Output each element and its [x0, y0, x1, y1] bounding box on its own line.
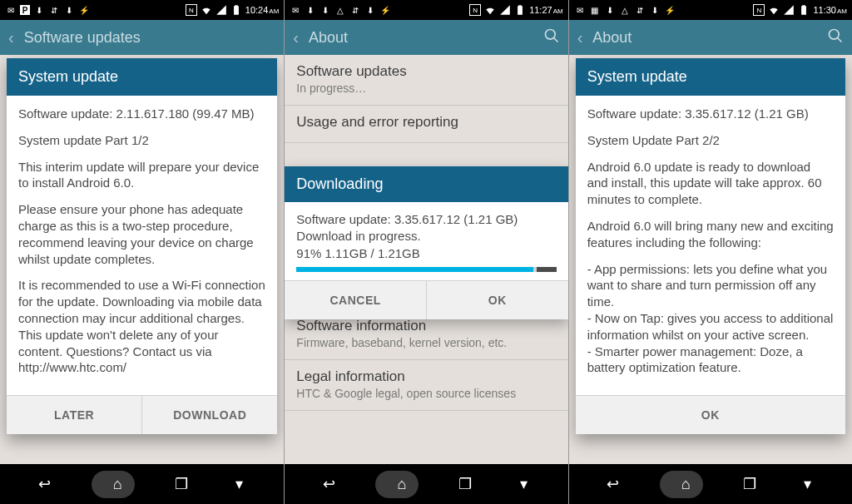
item-title: Usage and error reporting — [296, 114, 556, 131]
nav-back-icon[interactable]: ↩ — [602, 475, 625, 493]
list-item[interactable]: Legal information HTC & Google legal, op… — [285, 360, 567, 411]
wifi-icon — [201, 4, 212, 16]
mail-icon: ✉ — [290, 4, 301, 16]
nav-bar: ↩ ⌂ ❐ ▾ — [569, 464, 852, 504]
ok-button[interactable]: OK — [426, 281, 568, 319]
download2-icon: ⬇ — [649, 4, 661, 16]
progress-fill — [296, 267, 532, 272]
progress-bar — [296, 267, 556, 272]
progress-remaining — [537, 267, 557, 272]
system-update-dialog: System update Software update: 3.35.617.… — [576, 58, 845, 434]
signal-icon — [783, 4, 795, 16]
mail-icon: ✉ — [574, 4, 586, 16]
nfc-icon: N — [753, 4, 765, 16]
svg-line-3 — [837, 37, 841, 42]
svg-point-0 — [545, 29, 555, 39]
feature3-text: - Smarter power management: Doze, a batt… — [587, 343, 834, 377]
search-icon[interactable] — [827, 27, 844, 48]
download-version-text: Software update: 3.35.617.12 (1.21 GB) — [296, 211, 556, 228]
feature1-text: - App permissions: lets you define what … — [587, 261, 834, 310]
download2-icon: ⬇ — [63, 4, 75, 16]
later-button[interactable]: LATER — [7, 396, 141, 434]
download2-icon: ⬇ — [320, 4, 331, 16]
system-update-dialog: System update Software update: 2.11.617.… — [7, 58, 277, 434]
download-status-text: Download in progress. — [296, 228, 556, 245]
back-icon[interactable]: ‹ — [293, 28, 299, 47]
nav-hide-icon[interactable]: ▾ — [228, 475, 251, 493]
svg-point-2 — [829, 29, 839, 39]
battery-icon — [798, 4, 810, 16]
clock-text: 10:24AM — [245, 5, 280, 15]
item-title: Software updates — [296, 63, 556, 80]
dialog-body: Software update: 2.11.617.180 (99.47 MB)… — [7, 96, 277, 395]
status-bar: ✉ P ⬇ ⇵ ⬇ ⚡ N 10:24AM — [0, 0, 284, 20]
update-part-text: System update Part 1/2 — [18, 132, 265, 149]
nav-home-icon[interactable]: ⌂ — [660, 471, 703, 498]
list-item[interactable]: Usage and error reporting — [285, 106, 567, 143]
clock-text: 11:27AM — [529, 5, 563, 15]
battery-icon — [514, 4, 526, 16]
download-progress-text: 91% 1.11GB / 1.21GB — [296, 245, 556, 262]
back-icon[interactable]: ‹ — [577, 28, 583, 47]
drive-icon: △ — [334, 4, 346, 16]
mail-icon: ✉ — [5, 4, 17, 16]
status-bar: ✉ ▦ ⬇ △ ⇵ ⬇ ⚡ N 11:30AM — [569, 0, 852, 20]
item-title: Legal information — [296, 368, 556, 385]
plug-icon: ⚡ — [78, 4, 90, 16]
item-sub: Firmware, baseband, kernel version, etc. — [296, 336, 556, 349]
app-bar: ‹ About — [569, 20, 852, 55]
nav-recent-icon[interactable]: ❐ — [738, 475, 761, 493]
wifi-icon — [768, 4, 780, 16]
download-icon: ⬇ — [33, 4, 45, 16]
charge-note-text: Please ensure your phone has adequate ch… — [18, 201, 265, 267]
app-bar: ‹ About — [285, 20, 567, 55]
nfc-icon: N — [186, 4, 197, 16]
update-part-text: System Update Part 2/2 — [587, 132, 834, 149]
app-bar-title: Software updates — [24, 29, 276, 47]
download-dialog: Downloading Software update: 3.35.617.12… — [285, 166, 567, 319]
phone-screen-1: ✉ P ⬇ ⇵ ⬇ ⚡ N 10:24AM ‹ Software updates — [0, 0, 284, 504]
clock-text: 11:30AM — [813, 5, 847, 15]
cancel-button[interactable]: CANCEL — [285, 281, 426, 319]
item-sub: HTC & Google legal, open source licenses — [296, 387, 556, 400]
usb-icon: ⇵ — [48, 4, 60, 16]
download3-icon: ⬇ — [364, 4, 376, 16]
svg-line-1 — [553, 37, 557, 42]
back-icon[interactable]: ‹ — [8, 28, 14, 47]
search-icon[interactable] — [543, 27, 560, 48]
list-item[interactable]: Software updates In progress… — [285, 55, 567, 106]
item-sub: In progress… — [296, 82, 556, 95]
nav-back-icon[interactable]: ↩ — [317, 475, 340, 493]
phone-screen-2: ✉ ⬇ ⬇ △ ⇵ ⬇ ⚡ N 11:27AM ‹ About Software… — [284, 0, 567, 504]
phone-screen-3: ✉ ▦ ⬇ △ ⇵ ⬇ ⚡ N 11:30AM ‹ About System u… — [568, 0, 852, 504]
contact-text: This update won't delete any of your con… — [18, 327, 265, 376]
nav-bar: ↩ ⌂ ❐ ▾ — [0, 464, 284, 504]
dialog-title: System update — [576, 58, 845, 96]
app-bar-title: About — [592, 29, 817, 47]
nav-home-icon[interactable]: ⌂ — [92, 471, 135, 498]
nav-hide-icon[interactable]: ▾ — [512, 475, 535, 493]
download-icon: ⬇ — [305, 4, 316, 16]
feature2-text: - Now on Tap: gives you access to additi… — [587, 310, 834, 343]
ok-button[interactable]: OK — [576, 396, 845, 434]
usb-icon: ⇵ — [634, 4, 646, 16]
nav-hide-icon[interactable]: ▾ — [796, 475, 820, 493]
signal-icon — [499, 4, 511, 16]
nav-bar: ↩ ⌂ ❐ ▾ — [285, 464, 567, 504]
usb-icon: ⇵ — [349, 4, 361, 16]
download-button[interactable]: DOWNLOAD — [141, 396, 277, 434]
app-bar-title: About — [309, 29, 533, 47]
battery-icon — [230, 4, 242, 16]
nfc-icon: N — [469, 4, 481, 16]
plug-icon: ⚡ — [664, 4, 676, 16]
dialog-body: Software update: 3.35.617.12 (1.21 GB) S… — [576, 96, 845, 395]
nav-recent-icon[interactable]: ❐ — [453, 475, 477, 493]
signal-icon — [215, 4, 227, 16]
features-intro-text: Android 6.0 will bring many new and exci… — [587, 218, 834, 251]
update-version-text: Software update: 2.11.617.180 (99.47 MB) — [18, 106, 265, 122]
update-desc-text: This interim update will prepare your de… — [18, 159, 265, 192]
nav-back-icon[interactable]: ↩ — [33, 475, 57, 493]
nav-recent-icon[interactable]: ❐ — [170, 475, 193, 493]
nav-home-icon[interactable]: ⌂ — [375, 471, 419, 498]
update-version-text: Software update: 3.35.617.12 (1.21 GB) — [587, 106, 834, 122]
